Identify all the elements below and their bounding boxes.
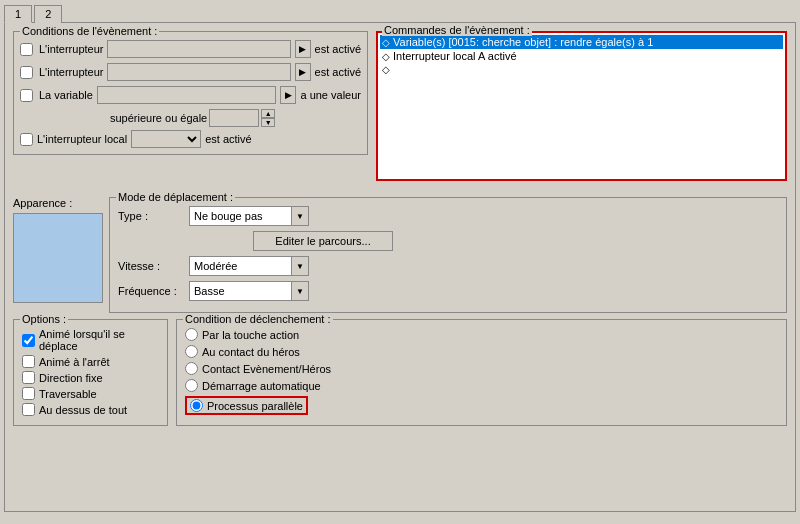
option-checkbox-3[interactable] xyxy=(22,387,35,400)
commands-title: Commandes de l'évènement : xyxy=(382,24,532,36)
movement-speed-dropdown[interactable]: ▼ xyxy=(291,256,309,276)
left-panel: Conditions de l'évènement : L'interrupte… xyxy=(13,31,368,191)
commands-list[interactable]: ◇ Variable(s) [0015: cherche objet] : re… xyxy=(376,31,787,181)
trigger-radio-label-4: Processus parallèle xyxy=(207,400,303,412)
movement-type-label: Type : xyxy=(118,210,183,222)
movement-freq-dropdown[interactable]: ▼ xyxy=(291,281,309,301)
condition-arrow-2[interactable]: ▶ xyxy=(295,63,311,81)
trigger-radio-label-1: Au contact du héros xyxy=(202,346,300,358)
trigger-title: Condition de déclenchement : xyxy=(183,313,333,325)
condition-input-1[interactable] xyxy=(107,40,290,58)
movement-speed-label: Vitesse : xyxy=(118,260,183,272)
spinbox-input[interactable] xyxy=(209,109,259,127)
option-checkbox-0[interactable] xyxy=(22,334,35,347)
command-text-0: Variable(s) [0015: cherche objet] : rend… xyxy=(393,36,653,48)
commands-container: Commandes de l'évènement : ◇ Variable(s)… xyxy=(376,31,787,191)
trigger-radio-2: Contact Evènement/Héros xyxy=(185,362,778,375)
content-area: Conditions de l'évènement : L'interrupte… xyxy=(4,22,796,512)
movement-freq-input[interactable] xyxy=(189,281,291,301)
command-item-2[interactable]: ◇ xyxy=(380,63,783,76)
option-checkbox-2[interactable] xyxy=(22,371,35,384)
condition-row-2: L'interrupteur ▶ est activé xyxy=(20,63,361,81)
movement-section: Mode de déplacement : Type : ▼ Editer le… xyxy=(109,197,787,313)
trigger-radio-0: Par la touche action xyxy=(185,328,778,341)
apparence-title: Apparence : xyxy=(13,197,103,209)
condition-checkbox-3[interactable] xyxy=(20,89,33,102)
option-row-2: Direction fixe xyxy=(22,371,159,384)
trigger-radio-input-4[interactable] xyxy=(190,399,203,412)
movement-type-select-wrapper: ▼ xyxy=(189,206,309,226)
spin-up[interactable]: ▲ xyxy=(261,109,275,118)
condition-suffix-2: est activé xyxy=(315,66,361,78)
tab-2[interactable]: 2 xyxy=(34,5,62,23)
command-item-1[interactable]: ◇ Interrupteur local A activé xyxy=(380,49,783,63)
spinbox-row: supérieure ou égale ▲ ▼ xyxy=(110,109,361,127)
options-section: Options : Animé lorsqu'il se déplace Ani… xyxy=(13,319,168,426)
trigger-radio-input-1[interactable] xyxy=(185,345,198,358)
command-icon-0: ◇ xyxy=(382,37,390,48)
option-label-3: Traversable xyxy=(39,388,97,400)
option-row-4: Au dessus de tout xyxy=(22,403,159,416)
local-select[interactable] xyxy=(131,130,201,148)
condition-label-1: L'interrupteur xyxy=(39,43,103,55)
option-row-0: Animé lorsqu'il se déplace xyxy=(22,328,159,352)
movement-speed-input[interactable] xyxy=(189,256,291,276)
main-container: 1 2 Conditions de l'évènement : L'interr… xyxy=(0,0,800,524)
top-section: Conditions de l'évènement : L'interrupte… xyxy=(13,31,787,191)
movement-type-input[interactable] xyxy=(189,206,291,226)
trigger-radio-input-0[interactable] xyxy=(185,328,198,341)
trigger-radio-input-3[interactable] xyxy=(185,379,198,392)
movement-type-row: Type : ▼ xyxy=(118,206,778,226)
spin-down[interactable]: ▼ xyxy=(261,118,275,127)
movement-type-dropdown[interactable]: ▼ xyxy=(291,206,309,226)
local-checkbox[interactable] xyxy=(20,133,33,146)
trigger-radio-label-2: Contact Evènement/Héros xyxy=(202,363,331,375)
condition-suffix-1: est activé xyxy=(315,43,361,55)
command-icon-1: ◇ xyxy=(382,51,390,62)
tab-1[interactable]: 1 xyxy=(4,5,32,23)
conditions-area: Conditions de l'évènement : L'interrupte… xyxy=(13,31,368,155)
options-title: Options : xyxy=(20,313,68,325)
option-row-1: Animé à l'arrêt xyxy=(22,355,159,368)
option-label-0: Animé lorsqu'il se déplace xyxy=(39,328,159,352)
condition-arrow-1[interactable]: ▶ xyxy=(295,40,311,58)
edit-path-row: Editer le parcours... xyxy=(188,231,778,251)
spin-arrows: ▲ ▼ xyxy=(261,109,275,127)
movement-speed-select-wrapper: ▼ xyxy=(189,256,309,276)
tabs-bar: 1 2 xyxy=(4,4,796,22)
movement-freq-select-wrapper: ▼ xyxy=(189,281,309,301)
movement-title: Mode de déplacement : xyxy=(116,191,235,203)
movement-freq-label: Fréquence : xyxy=(118,285,183,297)
command-text-1: Interrupteur local A activé xyxy=(393,50,517,62)
condition-input-3[interactable] xyxy=(97,86,277,104)
option-row-3: Traversable xyxy=(22,387,159,400)
local-label: L'interrupteur local xyxy=(37,133,127,145)
trigger-radio-4: Processus parallèle xyxy=(185,396,778,415)
trigger-radio-label-0: Par la touche action xyxy=(202,329,299,341)
condition-checkbox-1[interactable] xyxy=(20,43,33,56)
trigger-radio-1: Au contact du héros xyxy=(185,345,778,358)
trigger-radio-input-2[interactable] xyxy=(185,362,198,375)
command-item-0[interactable]: ◇ Variable(s) [0015: cherche objet] : re… xyxy=(380,35,783,49)
local-row: L'interrupteur local est activé xyxy=(20,130,361,148)
option-checkbox-1[interactable] xyxy=(22,355,35,368)
condition-arrow-3[interactable]: ▶ xyxy=(280,86,296,104)
condition-label-2: L'interrupteur xyxy=(39,66,103,78)
trigger-section: Condition de déclenchement : Par la touc… xyxy=(176,319,787,426)
conditions-title: Conditions de l'évènement : xyxy=(20,25,159,37)
movement-freq-row: Fréquence : ▼ xyxy=(118,281,778,301)
condition-row-1: L'interrupteur ▶ est activé xyxy=(20,40,361,58)
apparence-section: Apparence : xyxy=(13,197,103,313)
mid-section: Apparence : Mode de déplacement : Type :… xyxy=(13,197,787,313)
condition-input-2[interactable] xyxy=(107,63,290,81)
movement-speed-row: Vitesse : ▼ xyxy=(118,256,778,276)
option-checkbox-4[interactable] xyxy=(22,403,35,416)
option-label-1: Animé à l'arrêt xyxy=(39,356,110,368)
condition-checkbox-2[interactable] xyxy=(20,66,33,79)
edit-path-button[interactable]: Editer le parcours... xyxy=(253,231,393,251)
local-suffix: est activé xyxy=(205,133,251,145)
condition-row-3: La variable ▶ a une valeur xyxy=(20,86,361,104)
trigger-radio-label-3: Démarrage automatique xyxy=(202,380,321,392)
right-panel: Commandes de l'évènement : ◇ Variable(s)… xyxy=(376,31,787,191)
command-icon-2: ◇ xyxy=(382,64,390,75)
